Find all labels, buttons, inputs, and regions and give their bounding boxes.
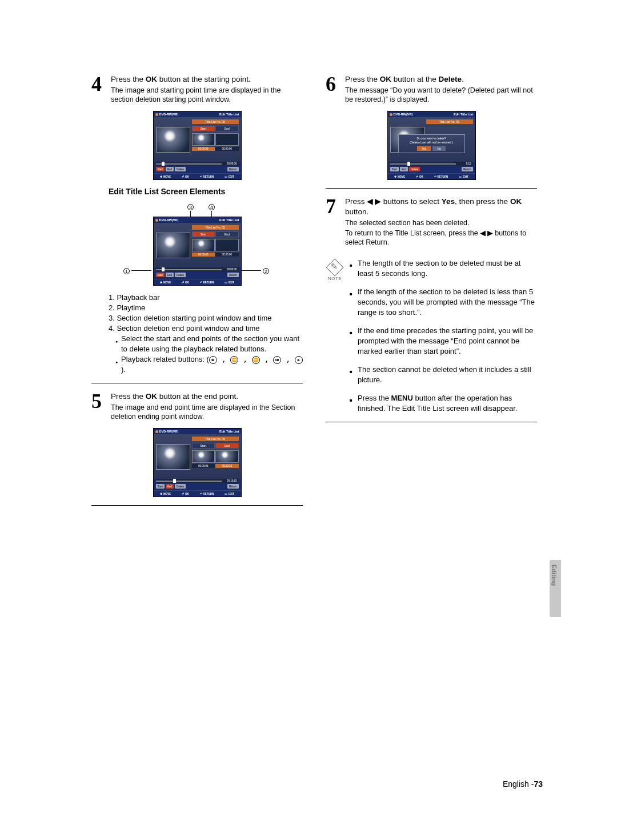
btn-return: Return <box>227 167 239 171</box>
btn-start: Start <box>156 167 165 171</box>
start-thumb <box>192 450 215 463</box>
end-label: End <box>215 231 239 237</box>
note-item: Press the MENU button after the operatio… <box>350 393 537 414</box>
nav-exit: ▭ EXIT <box>225 281 234 284</box>
skip-back-icon: ⏮ <box>209 356 217 364</box>
t: OK <box>146 75 157 83</box>
end-label: End <box>215 443 239 449</box>
separator <box>326 188 537 189</box>
callout-2: 2 <box>263 268 269 274</box>
nav-move: ✥ MOVE <box>160 281 171 284</box>
separator <box>91 383 303 383</box>
forward-icon: ⏩ <box>252 356 260 364</box>
play-icon: ▶ <box>295 356 303 364</box>
disc-label: DVD-RW(VR) <box>159 113 179 116</box>
step-number: 5 <box>91 391 106 421</box>
step-text: Press ◀ ▶ buttons to select Yes, then pr… <box>345 197 537 247</box>
note-item: The length of the section to be deleted … <box>350 258 537 279</box>
start-time: 00:00:06 <box>192 253 215 257</box>
list-item: 3. Section deletion starting point windo… <box>109 313 303 323</box>
playbar-time: 0:15 <box>466 162 471 165</box>
title-list-no: Title List No. 05 <box>192 437 239 441</box>
start-label: Start <box>192 443 215 449</box>
elements-heading: Edit Title List Screen Elements <box>109 187 303 196</box>
t: , then press the <box>455 197 510 206</box>
preview-thumbnail <box>156 444 190 470</box>
nav-ok: ⏎ OK <box>182 493 189 495</box>
btn-end: End <box>166 167 174 171</box>
t: button at the <box>391 75 439 83</box>
callout-3: 3 <box>187 204 194 210</box>
btn-delete: Delete <box>175 484 186 489</box>
step-7: 7 Press ◀ ▶ buttons to select Yes, then … <box>326 197 537 247</box>
callout-1: 1 <box>123 268 130 274</box>
nav-exit: ▭ EXIT <box>459 175 468 178</box>
t: OK <box>146 392 157 401</box>
page-number: 73 <box>534 779 543 789</box>
t: OK <box>380 75 391 83</box>
disc-label: DVD-RW(VR) <box>394 113 413 116</box>
list-item: Playback related buttons: (⏮ , ⏪ , ⏩ , ⏭… <box>115 354 303 375</box>
footer-lang: English - <box>503 779 534 789</box>
figure-step6: DVD-RW(VR)Edit Title List Title List No.… <box>326 111 537 180</box>
page-footer: English -73 <box>503 779 543 789</box>
list-item: 1. Playback bar <box>109 293 303 303</box>
step-sub: The message “Do you want to delete? (Del… <box>345 86 537 104</box>
end-time: 00:00:00 <box>215 147 239 151</box>
note-item: The section cannot be deleted when it in… <box>350 365 537 385</box>
figure-elements: 3 4 1 2 DVD-RW(VR)Edit Title List Title … <box>91 203 303 286</box>
figure-step4: DVD-RW(VR)Edit Title List Title List No.… <box>91 111 303 180</box>
nav-exit: ▭ EXIT <box>225 175 234 178</box>
step-6: 6 Press the OK button at the Delete. The… <box>326 74 537 104</box>
start-time: 00:00:06 <box>192 147 215 151</box>
callout-4: 4 <box>209 204 215 210</box>
step-number: 7 <box>326 197 340 247</box>
list-item: Select the start and end points of the s… <box>115 334 303 354</box>
playbar-time: 00:10:15 <box>227 479 237 482</box>
step-text: Press the OK button at the starting poin… <box>111 74 303 104</box>
separator <box>326 422 537 422</box>
list-item: 4. Section deletion end point window and… <box>109 323 303 334</box>
step-sub: The image and end point time are display… <box>111 403 303 421</box>
nav-move: ✥ MOVE <box>160 175 171 178</box>
dialog-line2: (Deleted part will not be restored.) <box>400 141 463 145</box>
fig-title: Edit Title List <box>219 113 239 116</box>
t: Yes <box>442 197 455 206</box>
step-sub: The selected section has been deleted. <box>345 218 537 227</box>
btn-end: End <box>166 273 174 277</box>
step-5: 5 Press the OK button at the end point. … <box>91 391 303 421</box>
nav-return: ↶ RETURN <box>200 281 214 284</box>
btn-delete: Delete <box>175 273 186 277</box>
btn-start: Start <box>156 484 165 489</box>
confirm-dialog: Do you want to delete? (Deleted part wil… <box>398 134 465 153</box>
nav-ok: ⏎ OK <box>182 281 189 284</box>
step-sub: To return to the Title List screen, pres… <box>345 229 537 247</box>
disc-label: DVD-RW(VR) <box>159 218 179 222</box>
step-4: 4 Press the OK button at the starting po… <box>91 74 303 104</box>
title-list-no: Title List No. 05 <box>426 119 473 124</box>
figure-step5: DVD-RW(VR)Edit Title List Title List No.… <box>91 428 303 497</box>
no-button: No <box>432 146 445 151</box>
btn-start: Start <box>156 273 165 277</box>
title-list-no: Title List No. 05 <box>192 119 239 124</box>
t: OK <box>510 197 522 206</box>
btn-start: Start <box>390 167 399 171</box>
step-text: Press the OK button at the Delete. The m… <box>345 74 537 104</box>
note-label: NOTE <box>326 276 344 281</box>
rewind-icon: ⏪ <box>230 356 238 364</box>
right-column: 6 Press the OK button at the Delete. The… <box>326 74 537 514</box>
btn-return: Return <box>227 484 239 489</box>
btn-return: Return <box>462 167 473 171</box>
t: button at the end point. <box>157 392 238 401</box>
step-number: 6 <box>326 74 340 104</box>
list-item: 2. Playtime <box>109 303 303 313</box>
btn-return: Return <box>227 273 239 277</box>
playbar-time: 00:00:06 <box>227 268 237 271</box>
preview-thumbnail <box>156 233 190 258</box>
btn-end: End <box>166 484 174 489</box>
nav-move: ✥ MOVE <box>394 175 405 178</box>
step-sub: The image and starting point time are di… <box>111 86 303 104</box>
start-thumb <box>192 133 215 146</box>
note-icon: NOTE <box>326 258 344 422</box>
disc-label: DVD-RW(VR) <box>159 430 179 433</box>
